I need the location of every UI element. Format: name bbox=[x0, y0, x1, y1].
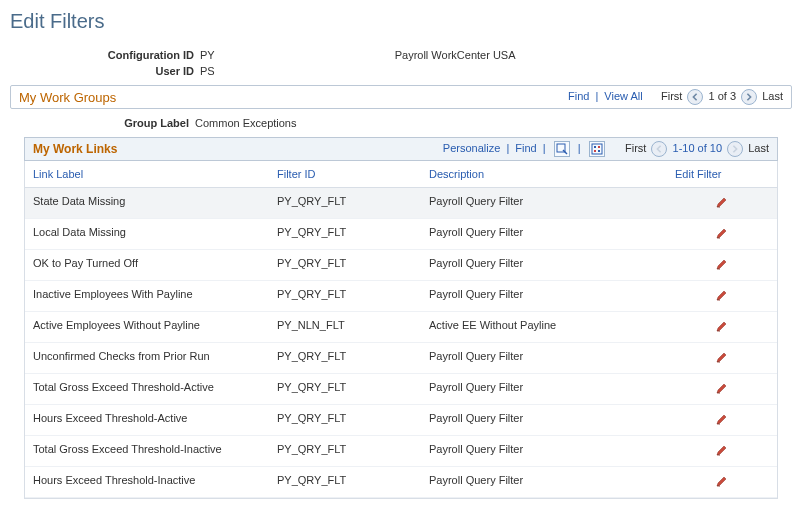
config-id-desc: Payroll WorkCenter USA bbox=[395, 49, 516, 61]
cell-link-label: OK to Pay Turned Off bbox=[25, 250, 269, 280]
col-filter-id[interactable]: Filter ID bbox=[277, 168, 316, 180]
table-row: State Data MissingPY_QRY_FLTPayroll Quer… bbox=[25, 188, 777, 219]
separator: | bbox=[575, 142, 584, 154]
links-first-label[interactable]: First bbox=[625, 142, 646, 154]
cell-filter-id: PY_QRY_FLT bbox=[269, 405, 421, 435]
edit-filter-icon[interactable] bbox=[715, 443, 729, 459]
cell-description: Payroll Query Filter bbox=[421, 281, 667, 311]
cell-link-label: Total Gross Exceed Threshold-Active bbox=[25, 374, 269, 404]
download-icon[interactable] bbox=[589, 141, 605, 157]
first-label[interactable]: First bbox=[661, 90, 682, 102]
svg-rect-2 bbox=[594, 146, 596, 148]
cell-filter-id: PY_QRY_FLT bbox=[269, 219, 421, 249]
user-id-value: PS bbox=[200, 65, 215, 77]
links-prev-icon[interactable] bbox=[651, 141, 667, 157]
config-id-label: Configuration ID bbox=[10, 49, 200, 61]
my-work-links-title: My Work Links bbox=[33, 142, 117, 156]
cell-link-label: Hours Exceed Threshold-Active bbox=[25, 405, 269, 435]
links-last-label[interactable]: Last bbox=[748, 142, 769, 154]
cell-filter-id: PY_QRY_FLT bbox=[269, 436, 421, 466]
next-icon[interactable] bbox=[741, 89, 757, 105]
cell-filter-id: PY_NLN_FLT bbox=[269, 312, 421, 342]
edit-filter-icon[interactable] bbox=[715, 381, 729, 397]
cell-link-label: Active Employees Without Payline bbox=[25, 312, 269, 342]
table-row: Hours Exceed Threshold-InactivePY_QRY_FL… bbox=[25, 467, 777, 498]
edit-filter-icon[interactable] bbox=[715, 257, 729, 273]
cell-filter-id: PY_QRY_FLT bbox=[269, 250, 421, 280]
cell-description: Payroll Query Filter bbox=[421, 436, 667, 466]
group-pager: 1 of 3 bbox=[709, 90, 737, 102]
cell-filter-id: PY_QRY_FLT bbox=[269, 343, 421, 373]
table-row: Active Employees Without PaylinePY_NLN_F… bbox=[25, 312, 777, 343]
page-title: Edit Filters bbox=[10, 10, 792, 33]
edit-filter-icon[interactable] bbox=[715, 350, 729, 366]
links-table: Link Label Filter ID Description Edit Fi… bbox=[24, 161, 778, 499]
edit-filter-icon[interactable] bbox=[715, 319, 729, 335]
separator: | bbox=[592, 90, 601, 102]
cell-description: Active EE Without Payline bbox=[421, 312, 667, 342]
cell-description: Payroll Query Filter bbox=[421, 188, 667, 218]
find-link[interactable]: Find bbox=[568, 90, 589, 102]
links-next-icon[interactable] bbox=[727, 141, 743, 157]
svg-rect-1 bbox=[592, 144, 602, 154]
cell-link-label: Unconfirmed Checks from Prior Run bbox=[25, 343, 269, 373]
cell-filter-id: PY_QRY_FLT bbox=[269, 188, 421, 218]
cell-description: Payroll Query Filter bbox=[421, 219, 667, 249]
cell-description: Payroll Query Filter bbox=[421, 374, 667, 404]
cell-description: Payroll Query Filter bbox=[421, 250, 667, 280]
user-id-label: User ID bbox=[10, 65, 200, 77]
cell-link-label: Hours Exceed Threshold-Inactive bbox=[25, 467, 269, 497]
cell-link-label: Total Gross Exceed Threshold-Inactive bbox=[25, 436, 269, 466]
last-label[interactable]: Last bbox=[762, 90, 783, 102]
cell-description: Payroll Query Filter bbox=[421, 343, 667, 373]
edit-filter-icon[interactable] bbox=[715, 474, 729, 490]
separator: | bbox=[540, 142, 549, 154]
cell-filter-id: PY_QRY_FLT bbox=[269, 281, 421, 311]
group-label-value: Common Exceptions bbox=[195, 117, 297, 129]
cell-description: Payroll Query Filter bbox=[421, 467, 667, 497]
links-toolbar: My Work Links Personalize | Find | | Fir… bbox=[24, 137, 778, 161]
cell-link-label: Local Data Missing bbox=[25, 219, 269, 249]
personalize-link[interactable]: Personalize bbox=[443, 142, 500, 154]
table-row: Unconfirmed Checks from Prior RunPY_QRY_… bbox=[25, 343, 777, 374]
col-link-label[interactable]: Link Label bbox=[33, 168, 83, 180]
edit-filter-icon[interactable] bbox=[715, 288, 729, 304]
group-toolbar: My Work Groups Find | View All First 1 o… bbox=[10, 85, 792, 109]
svg-rect-3 bbox=[598, 146, 600, 148]
table-row: OK to Pay Turned OffPY_QRY_FLTPayroll Qu… bbox=[25, 250, 777, 281]
separator: | bbox=[503, 142, 512, 154]
table-row: Local Data MissingPY_QRY_FLTPayroll Quer… bbox=[25, 219, 777, 250]
svg-rect-4 bbox=[594, 150, 596, 152]
edit-filter-icon[interactable] bbox=[715, 195, 729, 211]
links-find-link[interactable]: Find bbox=[515, 142, 536, 154]
col-description[interactable]: Description bbox=[429, 168, 484, 180]
config-id-value: PY bbox=[200, 49, 215, 61]
table-row: Inactive Employees With PaylinePY_QRY_FL… bbox=[25, 281, 777, 312]
cell-filter-id: PY_QRY_FLT bbox=[269, 467, 421, 497]
table-row: Hours Exceed Threshold-ActivePY_QRY_FLTP… bbox=[25, 405, 777, 436]
view-all-link[interactable]: View All bbox=[604, 90, 642, 102]
group-label-label: Group Label bbox=[110, 117, 195, 129]
prev-icon[interactable] bbox=[687, 89, 703, 105]
table-row: Total Gross Exceed Threshold-ActivePY_QR… bbox=[25, 374, 777, 405]
cell-filter-id: PY_QRY_FLT bbox=[269, 374, 421, 404]
zoom-icon[interactable] bbox=[554, 141, 570, 157]
cell-link-label: State Data Missing bbox=[25, 188, 269, 218]
table-row: Total Gross Exceed Threshold-InactivePY_… bbox=[25, 436, 777, 467]
edit-filter-icon[interactable] bbox=[715, 226, 729, 242]
svg-rect-5 bbox=[598, 150, 600, 152]
edit-filter-icon[interactable] bbox=[715, 412, 729, 428]
cell-description: Payroll Query Filter bbox=[421, 405, 667, 435]
col-edit-filter[interactable]: Edit Filter bbox=[675, 168, 721, 180]
cell-link-label: Inactive Employees With Payline bbox=[25, 281, 269, 311]
links-pager: 1-10 of 10 bbox=[673, 142, 723, 154]
my-work-groups-title: My Work Groups bbox=[19, 90, 116, 105]
